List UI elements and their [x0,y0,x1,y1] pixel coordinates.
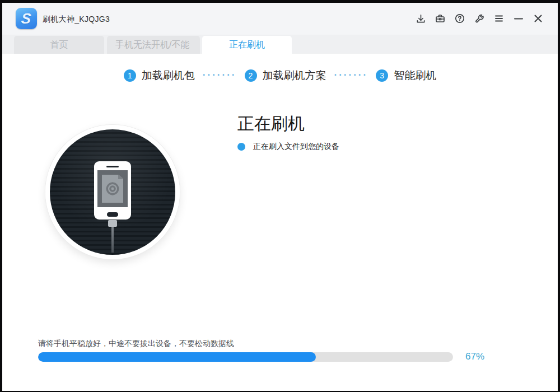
app-logo-letter: S [21,11,32,26]
step-3-label: 智能刷机 [394,68,436,83]
status-text: 正在刷入文件到您的设备 [253,142,339,152]
step-2-label: 加载刷机方案 [263,68,326,83]
titlebar-icons [414,12,544,25]
step-smart-flash: 3 智能刷机 [376,68,436,83]
tab-flashing[interactable]: 正在刷机 [202,36,292,54]
phone-icon [94,161,131,220]
titlebar: S 刷机大神_KJQJG3 [2,3,558,35]
progress-percent-label: 67% [465,351,484,362]
device-illustration [45,125,180,259]
step-2-badge: 2 [245,69,257,82]
step-separator-dots: ······· [203,70,237,80]
step-load-scheme: 2 加载刷机方案 [245,68,326,83]
status-row: 正在刷入文件到您的设备 [237,142,339,152]
close-icon[interactable] [532,12,544,25]
step-load-package: 1 加载刷机包 [124,68,195,83]
swirl-logo-icon [104,180,121,197]
window-title: 刷机大神_KJQJG3 [43,15,110,25]
instruction-text: 请将手机平稳放好，中途不要拔出设备，不要松动数据线 [38,339,234,349]
phone-screen [97,170,128,207]
download-icon[interactable] [414,12,427,25]
step-separator-dots: ······· [334,70,368,80]
app-logo-icon: S [16,8,37,29]
page-title: 正在刷机 [237,113,305,136]
step-3-badge: 3 [376,69,388,82]
tab-cannot-boot-label: 手机无法开机/不能 [115,39,192,51]
wrench-icon[interactable] [473,12,486,25]
flash-stepper: 1 加载刷机包 ······· 2 加载刷机方案 ······· 3 智能刷机 [2,64,558,87]
step-1-label: 加载刷机包 [142,68,195,83]
progress-fill [38,352,316,362]
tab-home-label: 首页 [50,39,68,51]
menu-icon[interactable] [493,12,505,25]
progress-bar [38,352,453,362]
status-bullet-icon [237,143,245,151]
minimize-icon[interactable] [512,12,525,25]
tab-flashing-label: 正在刷机 [229,39,265,51]
tab-home[interactable]: 首页 [14,36,104,54]
tab-cannot-boot[interactable]: 手机无法开机/不能 [107,36,200,54]
app-window: S 刷机大神_KJQJG3 [0,0,560,392]
phone-speaker [106,166,119,167]
tab-bar: 首页 手机无法开机/不能 正在刷机 [2,35,558,54]
phone-home-button [107,212,118,217]
step-1-badge: 1 [124,69,136,82]
usb-cable [111,227,114,253]
rom-file-icon [102,175,123,203]
help-icon[interactable] [454,12,466,25]
toolbox-icon[interactable] [434,12,446,25]
usb-plug-icon [108,220,117,227]
